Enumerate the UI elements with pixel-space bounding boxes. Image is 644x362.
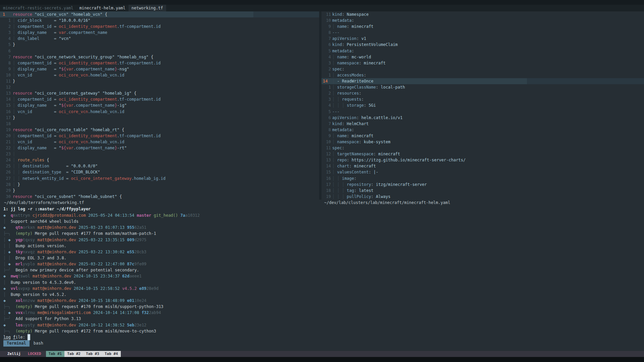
shell-tab[interactable]: bash [34, 340, 43, 347]
code-line: 10│ namespace: kube-system [321, 139, 644, 145]
line-number: 27 [3, 175, 11, 182]
code-line: 7resource "oci_core_network_security_gro… [0, 54, 319, 60]
line-number: 6 [3, 48, 11, 54]
line-number: 14 [323, 163, 331, 169]
code-line: 2spec: [321, 66, 644, 72]
line-number: 17 [3, 115, 11, 121]
zellij-tab-tab-2[interactable]: Tab #2 [64, 351, 83, 357]
line-number: 10 [3, 72, 11, 78]
jj-log-line: ◆ qmxttryn cjriddz@protonmail.com 2025-0… [0, 212, 644, 218]
code-line: 5metadata: [321, 48, 644, 54]
mode-indicator-locked: LOCKED [28, 351, 41, 357]
helix-bufferline: minecraft-restic-secrets.yamlminecraft-h… [0, 5, 644, 11]
zellij-tab-tab-4[interactable]: Tab #4 [102, 351, 121, 357]
right-file-path: ~/dev/lab/clusters/lab/minecraft/minecra… [324, 200, 450, 206]
code-line: 24│ route_rules { [0, 157, 319, 163]
line-number: 23 [3, 151, 11, 157]
jj-log-line: ├─╯ Begin new primary device after poten… [0, 267, 644, 273]
line-number: 22 [3, 145, 11, 151]
line-number: 9 [323, 133, 331, 139]
terminal-tab-bar: Terminal bash [0, 340, 644, 347]
buffer-tab-minecraft-helm-yaml[interactable]: minecraft-helm.yaml [77, 5, 129, 11]
code-line: 15│ display_name = "${var.compartment_na… [0, 102, 319, 108]
buffer-tab-networking-tf[interactable]: networking.tf [129, 5, 166, 11]
line-number: 25 [3, 163, 11, 169]
code-line: 11} [0, 78, 319, 84]
zellij-tabs: Tab #1Tab #2Tab #3Tab #4 [46, 351, 121, 357]
line-number: 5 [3, 42, 11, 48]
code-line: 13│ repo: https://itzg.github.io/minecra… [321, 157, 644, 163]
code-line: 19│ │ │ pullPolicy: Always [321, 194, 644, 200]
code-line: 6apiVersion: helm.cattle.io/v1 [321, 115, 644, 121]
jj-log-line: ├─╮ (empty) Merge pull request #172 from… [0, 328, 644, 334]
code-line: 9│ name: minecraft [321, 23, 644, 30]
line-number: 6 [323, 42, 331, 48]
editor-pane-minecraft-helm-yaml[interactable]: 11kind: Namespace10metadata:9│ name: min… [321, 11, 644, 200]
zellij-tab-tab-3[interactable]: Tab #3 [83, 351, 102, 357]
code-line: 14│ chart: minecraft [321, 163, 644, 169]
zellij-tab-tab-1[interactable]: Tab #1 [46, 351, 65, 357]
code-line: 5--- [321, 109, 644, 115]
line-number: 8 [323, 30, 331, 36]
terminal-pane[interactable]: 1: jj log -r ::master ~/d/ffpyplayer ◆ q… [0, 206, 644, 351]
code-line: 1│ storageClassName: local-path [321, 84, 644, 90]
line-number: 19 [3, 127, 11, 133]
code-line: 14│ - ReadWriteOnce [321, 78, 644, 84]
code-line: 17} [0, 115, 319, 121]
line-number: 1 [323, 84, 331, 90]
code-line: 6 [0, 48, 319, 54]
line-number: 18 [3, 121, 11, 127]
line-number: 7 [323, 121, 331, 127]
jj-log-line: ├─╮ (empty) Merge pull request #177 from… [0, 230, 644, 237]
code-line: 14│ compartment_id = oci_identity_compar… [0, 96, 319, 102]
code-line: 18 [0, 121, 319, 127]
code-line: 16│ vcn_id = oci_core_vcn.homelab_vcn.id [0, 109, 319, 115]
code-line: 1│ accessModes: [321, 72, 644, 78]
jj-log-line: │ Bump version to v4.5.2. [0, 292, 644, 298]
code-line: 2│ resources: [321, 90, 644, 96]
editor-pane-networking-tf[interactable]: 1resource "oci_core_vcn" "homelab_vcn" {… [0, 11, 319, 200]
line-number: 3 [3, 30, 11, 36]
code-line: 15│ valuesContent: |- [321, 169, 644, 175]
jj-log-line: ◆ losuysty matt@einhorn.dev 2024-10-12 1… [0, 322, 644, 328]
jj-log-line: ├─╯ Add support for Python 3.13 [0, 316, 644, 322]
line-number: 9 [323, 23, 331, 30]
terminal-tab[interactable]: Terminal [3, 340, 30, 347]
line-number: 24 [3, 157, 11, 163]
code-line: 4│ dns_label = "vcn" [0, 36, 319, 42]
jj-log-line: │ ◆ yqptqxsy matt@einhorn.dev 2025-03-22… [0, 237, 644, 243]
code-line: 8│ compartment_id = oci_identity_compart… [0, 60, 319, 66]
code-line: 26│ │ destination_type = "CIDR_BLOCK" [0, 169, 319, 175]
code-line: 2│ compartment_id = oci_identity_compart… [0, 23, 319, 30]
zellij-logo: Zellij [7, 351, 21, 357]
line-number: 13 [3, 90, 11, 96]
line-number: 16 [3, 109, 11, 115]
line-number: 12 [3, 84, 11, 90]
code-line: 10│ vcn_id = oci_core_vcn.homelab_vcn.id [0, 72, 319, 78]
terminal-prompt[interactable]: log file: [0, 334, 644, 340]
code-line: 7kind: HelmChart [321, 121, 644, 127]
window-top-margin [0, 0, 644, 5]
jj-log-line: │ ◆ mrlyvplo matt@einhorn.dev 2025-03-22… [0, 261, 644, 267]
buffer-tab-minecraft-restic-secrets-yaml[interactable]: minecraft-restic-secrets.yaml [0, 5, 77, 11]
code-line: 28│ } [0, 182, 319, 188]
code-line: 20│ compartment_id = oci_identity_compar… [0, 133, 319, 139]
line-number: 1 [3, 11, 11, 17]
jj-log-line: ├─╮ (empty) Merge pull request #170 from… [0, 304, 644, 310]
line-number: 11 [323, 11, 331, 17]
line-number: 2 [323, 90, 331, 96]
line-number: 13 [323, 157, 331, 163]
code-line: 12│ targetNamespace: minecraft [321, 151, 644, 157]
code-line: 4│ │ │ storage: 5Gi [321, 102, 644, 108]
line-number: 7 [323, 36, 331, 42]
line-number: 9 [3, 66, 11, 72]
code-line: 11spec: [321, 145, 644, 151]
line-number: 2 [3, 23, 11, 30]
line-number: 12 [323, 151, 331, 157]
code-line: 23│ [0, 151, 319, 157]
line-number: 3 [323, 60, 331, 66]
line-number: 30 [3, 194, 11, 200]
line-number: 10 [323, 17, 331, 23]
code-line: 8--- [321, 30, 644, 36]
line-number: 7 [3, 54, 11, 60]
